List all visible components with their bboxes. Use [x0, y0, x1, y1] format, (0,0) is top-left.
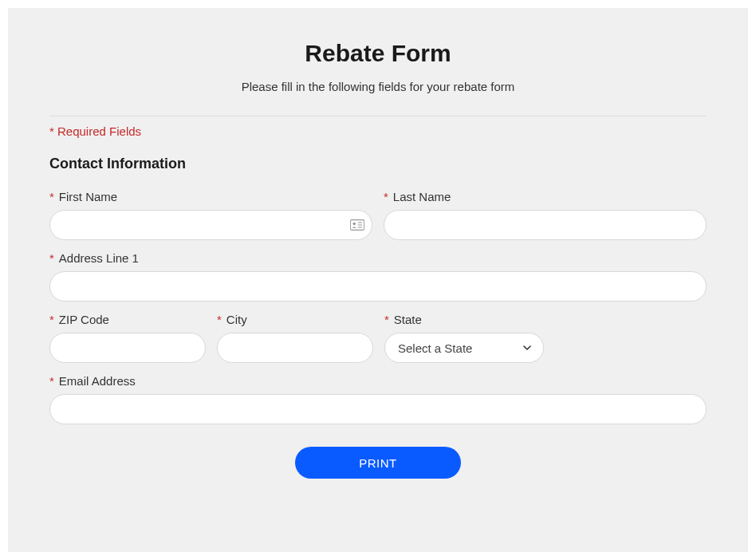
first-name-label: * First Name [49, 190, 372, 203]
page-subtitle: Please fill in the following fields for … [49, 80, 707, 93]
last-name-input[interactable] [384, 210, 707, 240]
email-field: * Email Address [49, 374, 707, 424]
zip-input[interactable] [49, 333, 206, 363]
form-container: Rebate Form Please fill in the following… [8, 8, 748, 552]
label-text: State [394, 313, 422, 326]
label-text: City [226, 313, 247, 326]
email-label: * Email Address [49, 374, 707, 388]
first-name-input[interactable] [49, 210, 372, 240]
print-button[interactable]: PRINT [295, 447, 461, 479]
required-asterisk: * [384, 313, 389, 326]
button-row: PRINT [49, 447, 707, 479]
divider [49, 116, 707, 116]
label-text: Address Line 1 [59, 251, 139, 265]
city-field: * City [217, 313, 373, 363]
city-label: * City [217, 313, 373, 326]
last-name-field: * Last Name [384, 190, 707, 240]
address1-field: * Address Line 1 [49, 251, 707, 302]
last-name-label: * Last Name [384, 190, 707, 203]
required-asterisk: * [49, 313, 54, 326]
email-input[interactable] [49, 394, 707, 424]
section-heading: Contact Information [49, 156, 707, 172]
required-asterisk: * [49, 190, 54, 203]
state-label: * State [384, 313, 544, 326]
label-text: Email Address [59, 374, 136, 388]
required-asterisk: * [49, 251, 54, 265]
label-text: Last Name [393, 190, 451, 203]
address1-input[interactable] [49, 271, 707, 302]
required-fields-note: * Required Fields [49, 124, 707, 138]
page-title: Rebate Form [49, 40, 707, 67]
form-grid: * First Name * [49, 190, 707, 424]
required-asterisk: * [217, 313, 222, 326]
first-name-field: * First Name [49, 190, 372, 240]
state-select[interactable]: Select a State [384, 333, 544, 363]
label-text: ZIP Code [59, 313, 109, 326]
address1-label: * Address Line 1 [49, 251, 707, 265]
city-input[interactable] [217, 333, 373, 363]
state-field: * State Select a State [384, 313, 544, 363]
zip-field: * ZIP Code [49, 313, 206, 363]
zip-label: * ZIP Code [49, 313, 206, 326]
label-text: First Name [59, 190, 117, 203]
required-asterisk: * [384, 190, 388, 203]
required-asterisk: * [49, 374, 54, 388]
